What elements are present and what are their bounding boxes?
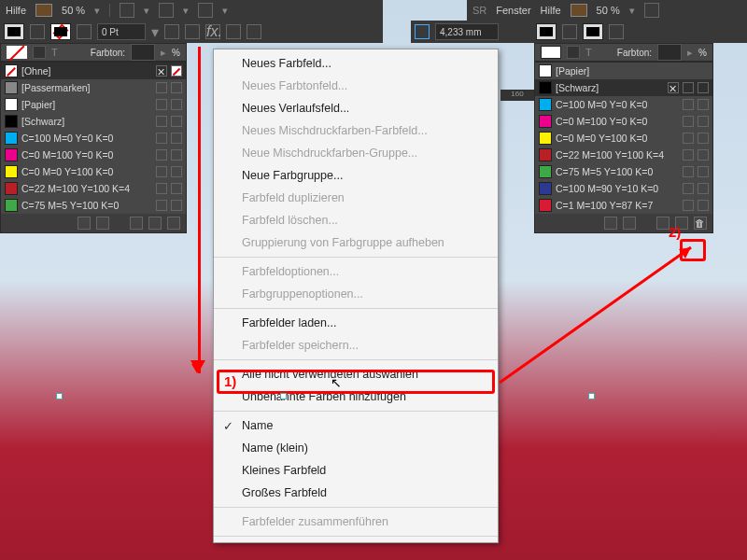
swatch-row[interactable]: C=22 M=100 Y=100 K=4 xyxy=(1,180,186,197)
cmyk-icon xyxy=(156,82,167,93)
menu-item[interactable]: Neue Farbgruppe... xyxy=(214,164,498,187)
menu-item: Farbfelder speichern... xyxy=(214,334,498,357)
swatch-color-icon xyxy=(539,132,552,145)
type-icon xyxy=(698,82,709,93)
type-icon xyxy=(171,99,182,110)
new-swatch-icon[interactable] xyxy=(148,217,162,230)
swatch-current[interactable]: [Ohne] ✕ xyxy=(1,63,186,79)
rect-icon[interactable] xyxy=(164,24,179,39)
fill-proxy-icon[interactable] xyxy=(7,46,27,59)
swatch-row[interactable]: C=0 M=0 Y=100 K=0 xyxy=(1,163,186,180)
new-swatch-icon-2[interactable] xyxy=(675,217,688,230)
swatch-row[interactable]: [Passermarken] xyxy=(1,79,186,96)
stroke-proxy-2[interactable] xyxy=(567,46,580,59)
screen-mode-icon[interactable] xyxy=(159,3,174,18)
delete-swatch-icon-2[interactable]: 🗑 xyxy=(694,217,707,230)
swatch-color-icon xyxy=(539,98,552,111)
stroke-swatch-2[interactable] xyxy=(583,23,603,40)
menu-item[interactable]: Alle nicht verwendeten auswählen xyxy=(214,363,498,385)
view-options-icon[interactable] xyxy=(120,3,134,18)
swatch-name: C=0 M=0 Y=100 K=0 xyxy=(21,166,152,177)
cmyk-icon xyxy=(683,166,694,177)
swatch-color-icon xyxy=(5,132,18,145)
tint-value-2[interactable] xyxy=(657,44,682,61)
panel-footer-left xyxy=(1,214,186,232)
text-icon[interactable]: T xyxy=(51,47,58,58)
swatch-row[interactable]: C=0 M=0 Y=100 K=0 xyxy=(535,130,712,147)
delete-swatch-icon[interactable] xyxy=(167,217,180,230)
tint-value[interactable] xyxy=(131,44,155,61)
size-field[interactable]: 4,233 mm xyxy=(435,23,499,40)
type-icon xyxy=(171,183,182,194)
menubar-left: Hilfe 50 % ▾ ▾ ▾ ▾ xyxy=(0,0,383,21)
type-icon xyxy=(698,149,709,161)
menu-item[interactable]: Name xyxy=(214,414,498,437)
fill-swatch[interactable] xyxy=(4,23,24,40)
show-grid-icon[interactable] xyxy=(96,217,109,230)
swatch-color-icon xyxy=(5,115,18,128)
cmyk-icon xyxy=(156,200,167,211)
swatch-color-icon xyxy=(539,182,552,195)
cmyk-icon xyxy=(683,183,694,194)
fx-icon[interactable]: fx. xyxy=(205,24,220,39)
formatting-icon[interactable] xyxy=(77,24,92,39)
zoom-level[interactable]: 50 % xyxy=(62,5,85,16)
swatch-row[interactable]: C=22 M=100 Y=100 K=4 xyxy=(535,147,712,163)
stroke-swatch[interactable] xyxy=(50,23,71,40)
formatting-affects-icon[interactable] xyxy=(30,24,45,39)
type-icon xyxy=(698,133,709,144)
swatch-row[interactable]: C=100 M=0 Y=0 K=0 xyxy=(535,96,712,113)
formatting-icon-2[interactable] xyxy=(562,24,577,39)
swatch-row[interactable]: C=100 M=0 Y=0 K=0 xyxy=(1,130,186,147)
show-list-icon-2[interactable] xyxy=(604,217,617,230)
align-icon[interactable] xyxy=(226,24,241,39)
swatch-row[interactable]: C=75 M=5 Y=100 K=0 xyxy=(1,197,186,214)
arrange-icon[interactable] xyxy=(198,3,213,18)
menu-help[interactable]: Hilfe xyxy=(6,5,26,16)
new-group-icon[interactable] xyxy=(130,217,143,230)
view-options-icon-2[interactable] xyxy=(644,3,659,18)
type-icon xyxy=(171,166,182,177)
menu-item[interactable]: Neues Farbfeld... xyxy=(214,52,498,75)
fill-proxy-2[interactable] xyxy=(541,46,561,59)
menu-item[interactable]: Neues Verlaufsfeld... xyxy=(214,97,498,119)
menu-help-2[interactable]: Hilfe xyxy=(541,5,561,16)
swatch-row[interactable]: C=0 M=100 Y=0 K=0 xyxy=(1,147,186,163)
bridge-icon-2[interactable] xyxy=(571,4,587,17)
options-bar-right xyxy=(532,21,747,43)
black-swatch-icon xyxy=(539,81,552,94)
menu-sr[interactable]: SR xyxy=(472,5,486,16)
menu-item[interactable]: Name (klein) xyxy=(214,437,498,459)
zoom-level-2[interactable]: 50 % xyxy=(597,5,620,16)
stroke-weight[interactable]: 0 Pt xyxy=(97,23,146,40)
swatch-row[interactable]: C=75 M=5 Y=100 K=0 xyxy=(535,163,712,180)
menu-item[interactable]: Farbfelder laden... xyxy=(214,312,498,334)
frame-icon[interactable] xyxy=(415,24,430,39)
fill-swatch-2[interactable] xyxy=(536,23,557,40)
menu-item: Farbgruppenoptionen... xyxy=(214,283,498,305)
stroke-proxy-icon[interactable] xyxy=(33,46,46,59)
show-grid-icon-2[interactable] xyxy=(623,217,636,230)
tint-label-2: Farbton: xyxy=(617,48,652,58)
swatch-row[interactable]: C=100 M=90 Y=10 K=0 xyxy=(535,180,712,197)
swatch-paper[interactable]: [Papier] xyxy=(535,63,712,79)
type-icon xyxy=(698,116,709,127)
swatch-name: C=0 M=100 Y=0 K=0 xyxy=(556,116,679,127)
swatch-row[interactable]: [Schwarz] xyxy=(1,113,186,130)
cmyk-icon xyxy=(683,149,694,161)
text-icon-2[interactable]: T xyxy=(585,47,592,58)
new-group-icon-2[interactable] xyxy=(656,217,669,230)
type-icon xyxy=(698,183,709,194)
align2-icon[interactable] xyxy=(247,24,261,39)
menu-window[interactable]: Fenster xyxy=(496,5,530,16)
menu-item[interactable]: Kleines Farbfeld xyxy=(214,459,498,482)
menu-item[interactable]: Großes Farbfeld xyxy=(214,482,498,504)
swatch-row[interactable]: C=1 M=100 Y=87 K=7 xyxy=(535,197,712,214)
swatch-black[interactable]: [Schwarz] ✕ xyxy=(535,79,712,96)
show-list-icon[interactable] xyxy=(78,217,91,230)
formatting-icon-3[interactable] xyxy=(609,24,624,39)
bridge-icon[interactable] xyxy=(35,4,52,17)
swatch-row[interactable]: C=0 M=100 Y=0 K=0 xyxy=(535,113,712,130)
swatch-row[interactable]: [Papier] xyxy=(1,96,186,113)
rect2-icon[interactable] xyxy=(185,24,200,39)
